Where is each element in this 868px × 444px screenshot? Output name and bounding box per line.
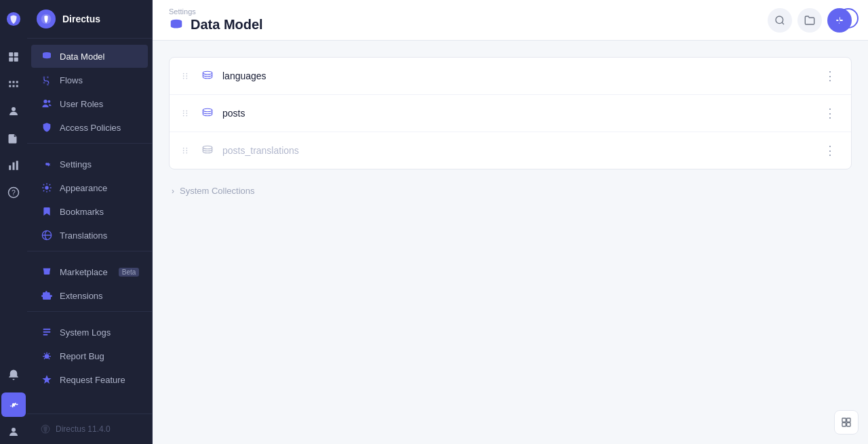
sidebar-item-request-feature[interactable]: Request Feature	[31, 368, 148, 391]
sidebar-item-report-bug[interactable]: Report Bug	[31, 344, 148, 367]
rail-icon-insights[interactable]	[1, 153, 26, 178]
data-model-icon	[41, 50, 53, 62]
collection-icon-languages	[199, 68, 216, 84]
sidebar-item-settings[interactable]: Settings	[31, 153, 148, 176]
sidebar-item-data-model[interactable]: Data Model	[31, 45, 148, 68]
version-text: Directus 11.4.0	[31, 420, 148, 438]
sidebar-header: Directus	[27, 0, 152, 39]
sidebar-item-access-policies[interactable]: Access Policies	[31, 116, 148, 139]
svg-point-35	[186, 113, 187, 114]
sidebar-item-appearance[interactable]: Appearance	[31, 176, 148, 199]
info-icon: i	[847, 13, 850, 24]
rail-icon-flows[interactable]	[1, 72, 26, 96]
svg-point-34	[183, 113, 184, 114]
sidebar-item-translations[interactable]: Translations	[31, 224, 148, 247]
rail-icon-settings[interactable]	[1, 392, 26, 417]
sidebar-footer: Directus 11.4.0	[27, 413, 152, 444]
svg-point-26	[186, 73, 187, 75]
sidebar-nav: Data Model Flows User Roles Access Polic…	[27, 39, 152, 413]
sidebar: Directus Data Model Flows User Roles	[27, 0, 153, 444]
header-title-group: Settings Data Model	[169, 7, 263, 33]
rail-icon-files[interactable]	[1, 126, 26, 150]
collection-more-posts[interactable]: ⋮	[820, 104, 840, 122]
user-roles-icon	[41, 98, 53, 110]
drag-handle-posts[interactable]	[180, 108, 190, 118]
svg-point-27	[183, 75, 184, 77]
svg-point-44	[186, 153, 187, 154]
rail-icon-docs[interactable]: ?	[1, 180, 26, 205]
svg-text:?: ?	[12, 188, 16, 197]
sidebar-item-access-policies-label: Access Policies	[60, 123, 121, 133]
svg-rect-3	[9, 58, 13, 62]
collection-name-posts-translations: posts_translations	[222, 145, 813, 156]
sidebar-logo	[37, 9, 56, 28]
svg-rect-7	[13, 163, 15, 170]
appearance-icon	[41, 182, 53, 194]
rail-icon-collections[interactable]	[1, 45, 26, 69]
collection-name-posts: posts	[222, 108, 813, 119]
access-policies-icon	[41, 121, 53, 134]
sidebar-item-extensions[interactable]: Extensions	[31, 284, 148, 307]
svg-point-45	[203, 146, 212, 149]
collection-item-languages[interactable]: languages ⋮	[170, 58, 851, 95]
svg-point-43	[183, 153, 184, 154]
collection-item-posts[interactable]: posts ⋮	[170, 95, 851, 132]
collection-list: languages ⋮ posts ⋮	[169, 57, 852, 169]
svg-rect-8	[16, 161, 18, 170]
sidebar-item-flows[interactable]: Flows	[31, 68, 148, 92]
rail-icon-logo[interactable]	[1, 7, 26, 31]
svg-point-20	[45, 354, 50, 359]
info-button[interactable]: i	[838, 8, 859, 28]
svg-point-38	[203, 108, 212, 112]
svg-point-42	[186, 150, 187, 151]
bottom-action-button[interactable]	[834, 410, 859, 435]
svg-point-28	[186, 75, 187, 77]
drag-handle-posts-translations[interactable]	[180, 146, 190, 155]
svg-rect-48	[842, 423, 846, 426]
svg-point-24	[776, 16, 783, 24]
sidebar-item-report-bug-label: Report Bug	[60, 351, 104, 361]
system-logs-icon	[41, 326, 53, 338]
search-button[interactable]	[768, 8, 792, 33]
svg-rect-47	[847, 418, 850, 422]
sidebar-item-bookmarks[interactable]: Bookmarks	[31, 200, 148, 223]
svg-point-33	[186, 110, 187, 112]
rail-icon-notifications[interactable]	[1, 363, 26, 387]
sidebar-item-settings-label: Settings	[60, 159, 92, 169]
svg-point-40	[186, 148, 187, 149]
system-collections-header[interactable]: › System Collections	[169, 180, 852, 201]
svg-marker-21	[42, 375, 51, 384]
page-title: Data Model	[169, 17, 263, 33]
page-title-icon	[169, 18, 184, 33]
collection-item-posts-translations[interactable]: posts_translations ⋮	[170, 132, 851, 169]
files-button[interactable]	[797, 8, 822, 33]
settings-icon	[41, 158, 53, 170]
translations-icon	[41, 229, 53, 241]
svg-rect-2	[14, 52, 18, 56]
svg-rect-46	[842, 418, 846, 422]
sidebar-item-appearance-label: Appearance	[60, 183, 107, 193]
marketplace-beta-badge: Beta	[119, 268, 140, 277]
collection-more-posts-translations[interactable]: ⋮	[820, 142, 840, 159]
sidebar-title: Directus	[62, 14, 100, 24]
rail-icon-users[interactable]	[1, 99, 26, 123]
sidebar-item-request-feature-label: Request Feature	[60, 375, 125, 385]
main-content: Settings Data Model	[153, 0, 868, 444]
report-bug-icon	[41, 350, 53, 362]
sidebar-item-marketplace[interactable]: Marketplace Beta	[31, 260, 148, 283]
svg-point-41	[183, 150, 184, 151]
svg-point-11	[12, 428, 16, 432]
svg-rect-4	[14, 58, 18, 62]
sidebar-item-system-logs[interactable]: System Logs	[31, 321, 148, 344]
bookmarks-icon	[41, 205, 53, 218]
sidebar-item-user-roles[interactable]: User Roles	[31, 92, 148, 115]
drag-handle-languages[interactable]	[180, 71, 190, 81]
svg-point-5	[12, 107, 16, 111]
icon-rail: ?	[0, 0, 27, 444]
sidebar-item-extensions-label: Extensions	[60, 291, 103, 301]
content-area: languages ⋮ posts ⋮	[153, 41, 868, 444]
rail-icon-user-profile[interactable]	[1, 420, 26, 444]
sidebar-item-user-roles-label: User Roles	[60, 99, 103, 109]
collection-more-languages[interactable]: ⋮	[820, 67, 840, 85]
svg-point-25	[183, 73, 184, 75]
